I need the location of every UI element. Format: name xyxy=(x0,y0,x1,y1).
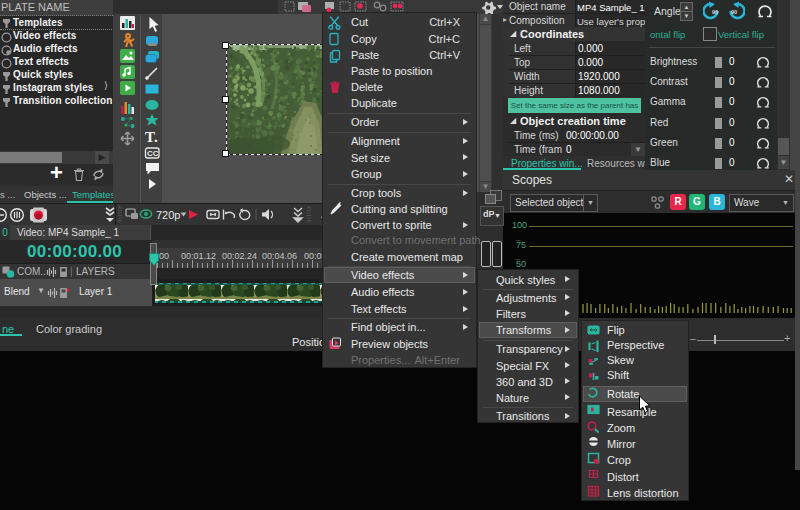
svg-text:CC: CC xyxy=(147,149,159,158)
svg-text:90: 90 xyxy=(712,9,718,15)
svg-text:720p: 720p xyxy=(156,209,180,221)
svg-text:T.: T. xyxy=(145,129,158,145)
svg-text:90: 90 xyxy=(731,9,737,15)
